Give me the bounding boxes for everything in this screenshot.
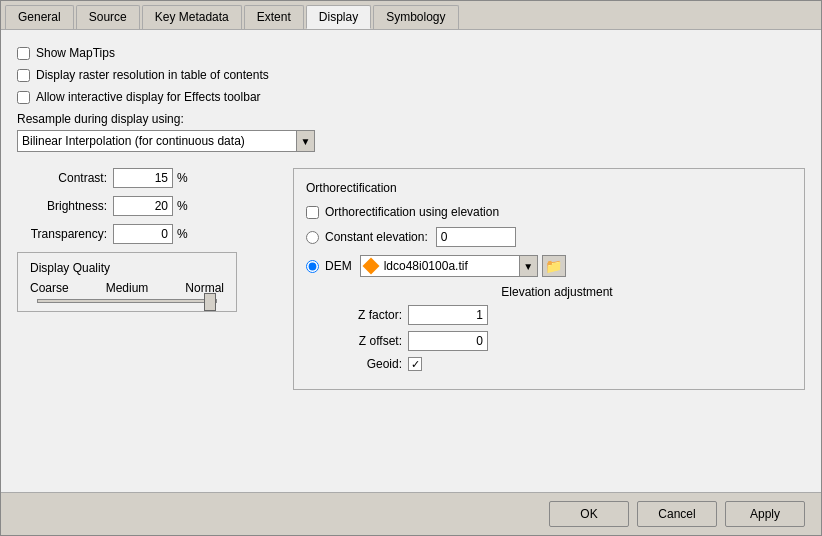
quality-slider-thumb[interactable] [204, 293, 216, 311]
contrast-input[interactable] [113, 168, 173, 188]
dem-select[interactable]: ldco48i0100a.tif [360, 255, 520, 277]
dem-browse-button[interactable]: 📁 [542, 255, 566, 277]
display-quality-title: Display Quality [30, 261, 224, 275]
display-quality-box: Display Quality Coarse Medium Normal [17, 252, 237, 312]
geoid-row: Geoid: ✓ [322, 357, 792, 371]
tab-general[interactable]: General [5, 5, 74, 29]
quality-labels: Coarse Medium Normal [30, 281, 224, 295]
geoid-check-mark: ✓ [411, 358, 420, 371]
show-maptips-label: Show MapTips [36, 46, 115, 60]
ortho-title: Orthorectification [306, 181, 792, 195]
tab-key-metadata[interactable]: Key Metadata [142, 5, 242, 29]
geoid-label: Geoid: [322, 357, 402, 371]
allow-interactive-checkbox[interactable] [17, 91, 30, 104]
main-area: Contrast: % Brightness: % Transparency: … [17, 168, 805, 390]
z-offset-input[interactable] [408, 331, 488, 351]
constant-elevation-input[interactable] [436, 227, 516, 247]
z-factor-label: Z factor: [322, 308, 402, 322]
ok-button[interactable]: OK [549, 501, 629, 527]
display-raster-row: Display raster resolution in table of co… [17, 68, 805, 82]
display-raster-checkbox[interactable] [17, 69, 30, 82]
elevation-adjustment-section: Elevation adjustment Z factor: Z offset:… [322, 285, 792, 371]
elevation-adjustment-title: Elevation adjustment [322, 285, 792, 299]
transparency-unit: % [177, 227, 188, 241]
tab-display[interactable]: Display [306, 5, 371, 29]
tab-bar: General Source Key Metadata Extent Displ… [1, 1, 821, 30]
z-offset-row: Z offset: [322, 331, 792, 351]
dem-select-wrap: ldco48i0100a.tif ▼ 📁 [360, 255, 566, 277]
ortho-using-elevation-checkbox[interactable] [306, 206, 319, 219]
resample-label: Resample during display using: [17, 112, 805, 126]
dem-label: DEM [325, 259, 352, 273]
brightness-input[interactable] [113, 196, 173, 216]
cancel-button[interactable]: Cancel [637, 501, 717, 527]
ortho-checkbox-row: Orthorectification using elevation [306, 205, 792, 219]
bottom-bar: OK Cancel Apply [1, 492, 821, 535]
contrast-label: Contrast: [17, 171, 107, 185]
geoid-checkbox[interactable]: ✓ [408, 357, 422, 371]
constant-elevation-label: Constant elevation: [325, 230, 428, 244]
transparency-label: Transparency: [17, 227, 107, 241]
orthorectification-panel: Orthorectification Orthorectification us… [293, 168, 805, 390]
brightness-label: Brightness: [17, 199, 107, 213]
ortho-using-elevation-label: Orthorectification using elevation [325, 205, 499, 219]
resample-arrow[interactable]: ▼ [297, 130, 315, 152]
z-factor-input[interactable] [408, 305, 488, 325]
z-offset-label: Z offset: [322, 334, 402, 348]
tab-content: Show MapTips Display raster resolution i… [1, 30, 821, 492]
dialog: General Source Key Metadata Extent Displ… [0, 0, 822, 536]
tab-extent[interactable]: Extent [244, 5, 304, 29]
transparency-input[interactable] [113, 224, 173, 244]
apply-button[interactable]: Apply [725, 501, 805, 527]
allow-interactive-label: Allow interactive display for Effects to… [36, 90, 261, 104]
display-raster-label: Display raster resolution in table of co… [36, 68, 269, 82]
tab-symbology[interactable]: Symbology [373, 5, 458, 29]
tab-source[interactable]: Source [76, 5, 140, 29]
brightness-row: Brightness: % [17, 196, 277, 216]
left-panel: Contrast: % Brightness: % Transparency: … [17, 168, 277, 390]
show-maptips-checkbox[interactable] [17, 47, 30, 60]
brightness-unit: % [177, 199, 188, 213]
quality-coarse-label: Coarse [30, 281, 69, 295]
transparency-row: Transparency: % [17, 224, 277, 244]
contrast-unit: % [177, 171, 188, 185]
quality-slider-track [37, 299, 217, 303]
dem-arrow[interactable]: ▼ [520, 255, 538, 277]
dem-file-name: ldco48i0100a.tif [384, 259, 468, 273]
dem-file-icon [362, 258, 379, 275]
show-maptips-row: Show MapTips [17, 46, 805, 60]
allow-interactive-row: Allow interactive display for Effects to… [17, 90, 805, 104]
z-factor-row: Z factor: [322, 305, 792, 325]
contrast-row: Contrast: % [17, 168, 277, 188]
resample-select-wrap: Bilinear Interpolation (for continuous d… [17, 130, 805, 152]
constant-elevation-row: Constant elevation: [306, 227, 792, 247]
constant-elevation-radio[interactable] [306, 231, 319, 244]
resample-select[interactable]: Bilinear Interpolation (for continuous d… [17, 130, 297, 152]
dem-row: DEM ldco48i0100a.tif ▼ 📁 [306, 255, 792, 277]
dem-radio[interactable] [306, 260, 319, 273]
quality-medium-label: Medium [106, 281, 149, 295]
